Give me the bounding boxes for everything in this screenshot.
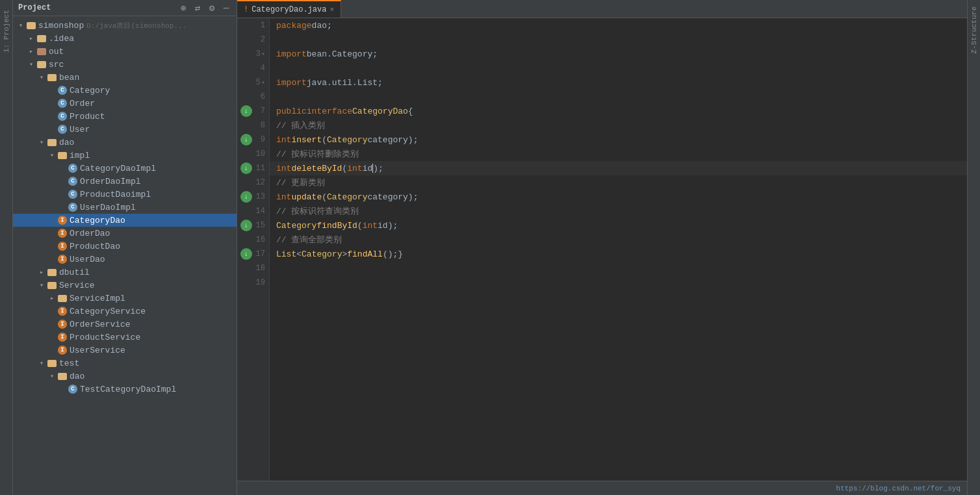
- tree-item-out[interactable]: ▸out: [13, 45, 237, 58]
- line-number: 3: [248, 49, 261, 58]
- tree-item-impl[interactable]: ▾impl: [13, 149, 237, 162]
- tree-item-dbutil[interactable]: ▸dbutil: [13, 266, 237, 279]
- tree-item-category[interactable]: CCategory: [13, 84, 237, 97]
- tree-item-productdao[interactable]: IProductDao: [13, 240, 237, 253]
- tree-arrow[interactable]: ▾: [47, 371, 57, 381]
- tree-item-icon: [47, 137, 57, 147]
- tree-item-orderdao[interactable]: IOrderDao: [13, 227, 237, 240]
- toolbar-icon-minimize[interactable]: —: [221, 3, 231, 13]
- tab-close-button[interactable]: ×: [329, 6, 334, 14]
- method-indicator[interactable]: ↓: [240, 191, 252, 203]
- left-panel-tab[interactable]: 1: Project: [0, 0, 13, 495]
- tree-arrow[interactable]: [57, 189, 68, 199]
- fold-arrow[interactable]: ▾: [261, 50, 265, 58]
- structure-label[interactable]: Z-Structure: [970, 6, 978, 54]
- tree-arrow[interactable]: [47, 98, 57, 108]
- tree-arrow[interactable]: ▾: [36, 358, 47, 368]
- token-cn: Category: [276, 221, 316, 231]
- method-indicator[interactable]: ↓: [240, 134, 252, 146]
- tree-item-productdaoimpl[interactable]: CProductDaoimpl: [13, 188, 237, 201]
- tree-arrow[interactable]: ▸: [26, 46, 36, 57]
- tree-arrow[interactable]: ▾: [16, 20, 26, 31]
- tree-arrow[interactable]: [47, 306, 57, 316]
- method-indicator[interactable]: ↓: [240, 220, 252, 231]
- tree-arrow[interactable]: [47, 228, 57, 238]
- tree-arrow[interactable]: [47, 345, 57, 355]
- toolbar-icon-add[interactable]: ⊕: [178, 3, 188, 13]
- tree-item-.idea[interactable]: ▸.idea: [13, 32, 237, 45]
- tree-item-label: UserDaoImpl: [80, 203, 136, 212]
- toolbar-icon-sync[interactable]: ⇄: [192, 3, 203, 13]
- code-line-19: [270, 275, 967, 290]
- tree-arrow[interactable]: [57, 384, 68, 394]
- method-indicator[interactable]: ↓: [240, 105, 252, 117]
- tree-arrow[interactable]: [57, 163, 68, 173]
- tree-item-order[interactable]: COrder: [13, 97, 237, 110]
- tree-item-src[interactable]: ▾src: [13, 58, 237, 71]
- tree-item-categorydaoimpl[interactable]: CCategoryDaoImpl: [13, 162, 237, 175]
- tree-arrow[interactable]: [57, 202, 68, 212]
- tree-item-categoryservice[interactable]: ICategoryService: [13, 305, 237, 318]
- project-tab-label[interactable]: 1: Project: [3, 10, 10, 53]
- method-indicator[interactable]: ↓: [240, 162, 252, 174]
- method-indicator[interactable]: ↓: [240, 248, 252, 260]
- token-ty: );: [373, 164, 383, 173]
- tree-item-dao[interactable]: ▾dao: [13, 136, 237, 149]
- tree-arrow[interactable]: [47, 215, 57, 225]
- tree-arrow[interactable]: [47, 319, 57, 329]
- tree-item-orderdaoimpl[interactable]: COrderDaoImpl: [13, 175, 237, 188]
- token-kw: interface: [307, 107, 352, 116]
- tree-item-productservice[interactable]: IProductService: [13, 331, 237, 344]
- code-line-4: [270, 61, 967, 75]
- code-line-16: // 查询全部类别: [270, 233, 967, 247]
- structure-panel[interactable]: Z-Structure: [967, 0, 980, 495]
- tree-arrow[interactable]: ▸: [47, 293, 57, 303]
- tree-item-icon: [47, 72, 57, 82]
- token-kw: int: [276, 164, 291, 173]
- gutter-row-5: 5▾: [237, 75, 269, 90]
- toolbar-icon-settings[interactable]: ⚙: [207, 3, 217, 13]
- tree-item-product[interactable]: CProduct: [13, 110, 237, 123]
- tree-arrow[interactable]: [57, 176, 68, 186]
- tree-item-label: ServiceImpl: [70, 294, 125, 303]
- tree-item-simonshop[interactable]: ▾simonshopD:/java类目(simonshop...: [13, 19, 237, 32]
- gutter-row-11: ↓11: [237, 161, 269, 175]
- tree-arrow[interactable]: [47, 124, 57, 134]
- token-fn: findAll: [347, 249, 383, 259]
- token-ty: category);: [367, 135, 418, 145]
- line-number: 14: [252, 207, 265, 216]
- code-content[interactable]: package dao;import bean.Category;import …: [270, 18, 967, 481]
- tree-item-test[interactable]: ▾test: [13, 357, 237, 370]
- tree-item-serviceimpl[interactable]: ▸ServiceImpl: [13, 292, 237, 305]
- tree-arrow[interactable]: ▾: [26, 59, 36, 70]
- tree-arrow[interactable]: [47, 241, 57, 251]
- tree-item-dao[interactable]: ▾dao: [13, 370, 237, 383]
- tree-arrow[interactable]: ▾: [47, 150, 57, 160]
- tree-item-userservice[interactable]: IUserService: [13, 344, 237, 357]
- tree-item-bean[interactable]: ▾bean: [13, 71, 237, 84]
- tree-arrow[interactable]: ▾: [36, 72, 47, 82]
- token-ty: >: [342, 249, 347, 259]
- tree-item-service[interactable]: ▾Service: [13, 279, 237, 292]
- line-number: 17: [252, 249, 265, 259]
- token-ty: {: [408, 107, 413, 116]
- tree-arrow[interactable]: ▾: [36, 137, 47, 147]
- active-tab[interactable]: ! CategoryDao.java ×: [237, 0, 341, 18]
- tree-arrow[interactable]: [47, 111, 57, 121]
- fold-arrow[interactable]: ▾: [261, 79, 265, 86]
- token-ty: java.util.List;: [307, 78, 383, 88]
- tree-item-testcategorydaoimpl[interactable]: CTestCategoryDaoImpl: [13, 383, 237, 396]
- tree-item-orderservice[interactable]: IOrderService: [13, 318, 237, 331]
- tree-item-userdaoimpl[interactable]: CUserDaoImpl: [13, 201, 237, 214]
- tree-item-icon: C: [57, 111, 68, 121]
- code-line-5: import java.util.List;: [270, 75, 967, 90]
- tree-arrow[interactable]: ▸: [26, 33, 36, 44]
- tree-item-categorydao[interactable]: ICategoryDao: [13, 214, 237, 227]
- tree-arrow[interactable]: [47, 332, 57, 342]
- tree-arrow[interactable]: ▾: [36, 280, 47, 290]
- tree-item-userdao[interactable]: IUserDao: [13, 253, 237, 266]
- tree-item-user[interactable]: CUser: [13, 123, 237, 136]
- tree-arrow[interactable]: [47, 85, 57, 95]
- tree-arrow[interactable]: [47, 254, 57, 264]
- tree-arrow[interactable]: ▸: [36, 267, 47, 277]
